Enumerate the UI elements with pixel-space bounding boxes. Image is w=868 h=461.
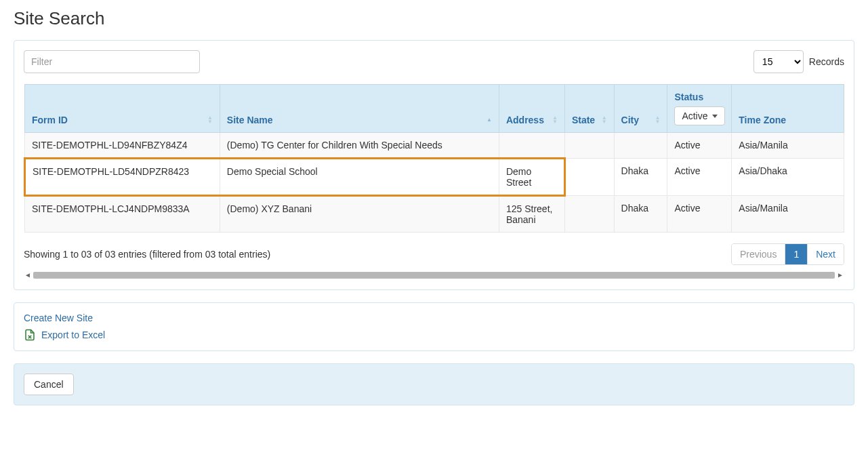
below-table-row: Showing 1 to 03 of 03 entries (filtered …: [24, 243, 844, 265]
pager: Previous 1 Next: [731, 243, 844, 265]
col-header-label: Address: [506, 115, 544, 125]
create-new-site-link[interactable]: Create New Site: [24, 313, 93, 323]
cell-status: Active: [667, 133, 732, 159]
col-header-status[interactable]: Status Active: [667, 85, 732, 133]
cell-site-name: Demo Special School: [220, 159, 499, 196]
scroll-right-icon: ►: [836, 271, 844, 279]
entries-info: Showing 1 to 03 of 03 entries (filtered …: [24, 249, 270, 260]
search-panel: 15 Records Form ID ▲▼ Site Name: [14, 40, 854, 290]
page-title: Site Search: [14, 8, 854, 29]
status-filter-dropdown[interactable]: Active: [674, 106, 724, 125]
cell-form-id: SITE-DEMOTPHL-LD54NDPZR8423: [25, 159, 220, 196]
sort-icon: ▲▼: [552, 116, 558, 124]
sort-icon: ▲▼: [207, 116, 213, 124]
status-filter-value: Active: [682, 111, 707, 121]
cell-city: Dhaka: [614, 159, 667, 196]
col-header-state[interactable]: State ▲▼: [564, 85, 614, 133]
sort-icon: ▲▼: [655, 116, 660, 124]
actions-panel: Create New Site Export to Excel: [14, 302, 854, 351]
table-header-row: Form ID ▲▼ Site Name ▲ Address ▲▼: [25, 85, 844, 133]
cell-address: [499, 133, 564, 159]
sort-icon: ▲▼: [602, 116, 607, 124]
pager-page-current[interactable]: 1: [785, 244, 807, 264]
col-header-label: Status: [674, 92, 703, 102]
table-row[interactable]: SITE-DEMOTPHL-LD94NFBZY84Z4(Demo) TG Cen…: [25, 133, 844, 159]
col-header-form-id[interactable]: Form ID ▲▼: [25, 85, 220, 133]
cell-state: [564, 159, 614, 196]
chevron-down-icon: [712, 115, 718, 118]
pager-next[interactable]: Next: [807, 244, 844, 264]
cell-form-id: SITE-DEMOTPHL-LCJ4NDPM9833A: [25, 196, 220, 233]
excel-icon: [24, 329, 36, 341]
col-header-label: City: [621, 115, 639, 125]
cell-site-name: (Demo) XYZ Banani: [220, 196, 499, 233]
footer-panel: Cancel: [14, 363, 854, 405]
cell-form-id: SITE-DEMOTPHL-LD94NFBZY84Z4: [25, 133, 220, 159]
cell-address: Demo Street: [499, 159, 564, 196]
col-header-city[interactable]: City ▲▼: [614, 85, 667, 133]
scroll-track: [33, 272, 835, 279]
col-header-label: State: [572, 115, 595, 125]
results-table: Form ID ▲▼ Site Name ▲ Address ▲▼: [24, 84, 844, 233]
cell-time-zone: Asia/Manila: [732, 133, 844, 159]
col-header-site-name[interactable]: Site Name ▲: [220, 85, 499, 133]
pager-previous[interactable]: Previous: [732, 244, 785, 264]
toolbar-row: 15 Records: [24, 50, 844, 73]
records-group: 15 Records: [753, 50, 844, 73]
records-label: Records: [809, 56, 844, 67]
col-header-address[interactable]: Address ▲▼: [499, 85, 564, 133]
cell-time-zone: Asia/Dhaka: [732, 159, 844, 196]
table-row[interactable]: SITE-DEMOTPHL-LD54NDPZR8423Demo Special …: [25, 159, 844, 196]
cell-status: Active: [667, 196, 732, 233]
export-to-excel-link[interactable]: Export to Excel: [41, 329, 105, 340]
horizontal-scrollbar[interactable]: ◄ ►: [24, 270, 844, 280]
table-row[interactable]: SITE-DEMOTPHL-LCJ4NDPM9833A(Demo) XYZ Ba…: [25, 196, 844, 233]
cell-state: [564, 196, 614, 233]
scroll-left-icon: ◄: [24, 271, 32, 279]
col-header-label: Form ID: [32, 115, 68, 125]
col-header-label: Time Zone: [739, 115, 786, 125]
cell-time-zone: Asia/Manila: [732, 196, 844, 233]
col-header-label: Site Name: [227, 115, 273, 125]
col-header-time-zone[interactable]: Time Zone: [732, 85, 844, 133]
cell-site-name: (Demo) TG Center for Children With Speci…: [220, 133, 499, 159]
cell-city: [614, 133, 667, 159]
records-select[interactable]: 15: [753, 50, 804, 73]
cell-state: [564, 133, 614, 159]
cell-status: Active: [667, 159, 732, 196]
filter-input[interactable]: [24, 50, 200, 73]
cell-city: Dhaka: [614, 196, 667, 233]
sort-asc-icon: ▲: [487, 118, 492, 122]
cancel-button[interactable]: Cancel: [24, 374, 74, 395]
cell-address: 125 Street, Banani: [499, 196, 564, 233]
